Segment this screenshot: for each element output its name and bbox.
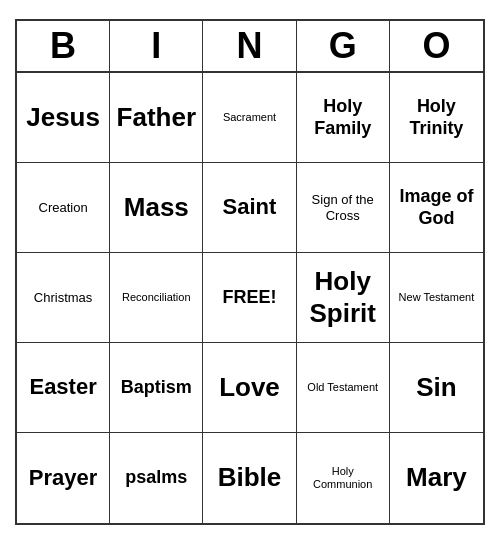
cell-text: Old Testament xyxy=(307,381,378,394)
cell-text: FREE! xyxy=(222,287,276,309)
cell-text: Bible xyxy=(218,462,282,493)
cell-text: Mass xyxy=(124,192,189,223)
cell-text: Father xyxy=(117,102,196,133)
bingo-cell[interactable]: Prayer xyxy=(17,433,110,523)
cell-text: Mary xyxy=(406,462,467,493)
cell-text: Christmas xyxy=(34,290,93,306)
cell-text: Reconciliation xyxy=(122,291,190,304)
header-letter: B xyxy=(17,21,110,71)
bingo-cell[interactable]: Love xyxy=(203,343,296,433)
bingo-cell[interactable]: Holy Trinity xyxy=(390,73,483,163)
bingo-header: BINGO xyxy=(17,21,483,73)
bingo-cell[interactable]: FREE! xyxy=(203,253,296,343)
bingo-cell[interactable]: Mary xyxy=(390,433,483,523)
cell-text: New Testament xyxy=(399,291,475,304)
bingo-card: BINGO JesusFatherSacramentHoly FamilyHol… xyxy=(15,19,485,525)
bingo-cell[interactable]: Christmas xyxy=(17,253,110,343)
bingo-cell[interactable]: Easter xyxy=(17,343,110,433)
bingo-cell[interactable]: Holy Family xyxy=(297,73,390,163)
bingo-cell[interactable]: Holy Communion xyxy=(297,433,390,523)
cell-text: Holy Trinity xyxy=(394,96,479,139)
cell-text: Saint xyxy=(223,194,277,220)
header-letter: O xyxy=(390,21,483,71)
cell-text: Easter xyxy=(29,374,96,400)
cell-text: Holy Spirit xyxy=(301,266,385,328)
cell-text: Creation xyxy=(39,200,88,216)
bingo-cell[interactable]: New Testament xyxy=(390,253,483,343)
bingo-cell[interactable]: Saint xyxy=(203,163,296,253)
header-letter: N xyxy=(203,21,296,71)
cell-text: Image of God xyxy=(394,186,479,229)
bingo-cell[interactable]: Sign of the Cross xyxy=(297,163,390,253)
bingo-cell[interactable]: Sacrament xyxy=(203,73,296,163)
bingo-cell[interactable]: Bible xyxy=(203,433,296,523)
bingo-grid: JesusFatherSacramentHoly FamilyHoly Trin… xyxy=(17,73,483,523)
cell-text: Jesus xyxy=(26,102,100,133)
bingo-cell[interactable]: Image of God xyxy=(390,163,483,253)
bingo-cell[interactable]: Father xyxy=(110,73,203,163)
cell-text: Sin xyxy=(416,372,456,403)
bingo-cell[interactable]: Jesus xyxy=(17,73,110,163)
bingo-cell[interactable]: Holy Spirit xyxy=(297,253,390,343)
cell-text: Sacrament xyxy=(223,111,276,124)
header-letter: I xyxy=(110,21,203,71)
bingo-cell[interactable]: Sin xyxy=(390,343,483,433)
cell-text: Holy Family xyxy=(301,96,385,139)
header-letter: G xyxy=(297,21,390,71)
cell-text: Prayer xyxy=(29,465,98,491)
bingo-cell[interactable]: Old Testament xyxy=(297,343,390,433)
bingo-cell[interactable]: Mass xyxy=(110,163,203,253)
cell-text: Baptism xyxy=(121,377,192,399)
bingo-cell[interactable]: Reconciliation xyxy=(110,253,203,343)
bingo-cell[interactable]: Creation xyxy=(17,163,110,253)
cell-text: psalms xyxy=(125,467,187,489)
cell-text: Holy Communion xyxy=(301,465,385,491)
cell-text: Sign of the Cross xyxy=(301,192,385,223)
cell-text: Love xyxy=(219,372,280,403)
bingo-cell[interactable]: Baptism xyxy=(110,343,203,433)
bingo-cell[interactable]: psalms xyxy=(110,433,203,523)
